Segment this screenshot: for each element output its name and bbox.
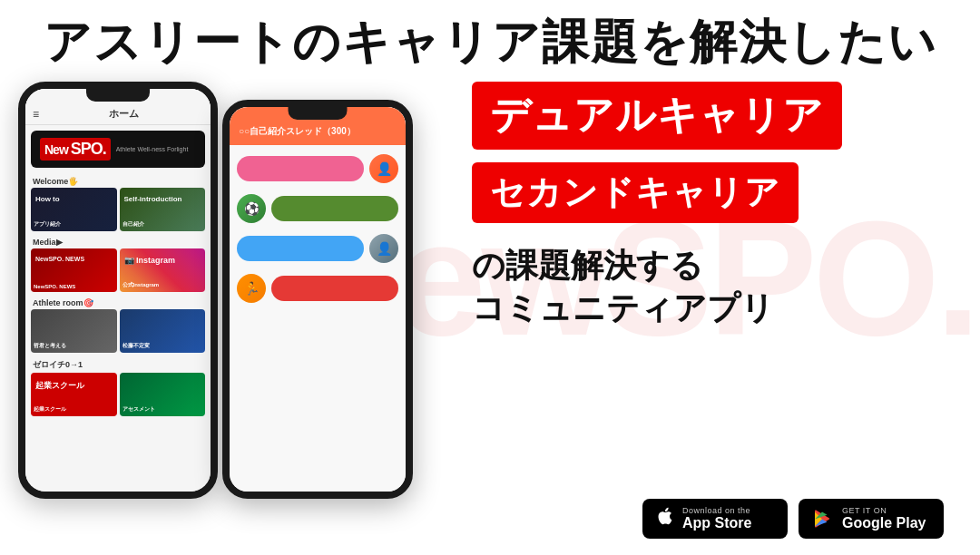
section-athlete: Athlete room🎯 [25,295,211,309]
right-content: デュアルキャリア セカンドキャリア の課題解決する コミュニティアプリ [472,82,944,330]
newspo-banner: New SPO. Athlete Well-ness Forlight [31,131,205,168]
phone-right-screen: ○○自己紹介スレッド（300） 👤 ⚽ 👤 🏃 [230,107,406,492]
section-zero: ゼロイチ0→1 [25,355,211,373]
instagram-label: 公式Instagram [122,281,160,289]
app-header-title: ホーム [44,107,203,121]
zero-grid: 起業スクール 起業スクール アセスメント [25,373,211,416]
googleplay-button[interactable]: GET IT ON Google Play [799,499,944,539]
self-intro-item[interactable]: Self-introduction 自己紹介 [120,188,206,231]
chat-bubble-1 [237,156,364,181]
phone-right-notch [289,107,348,120]
news-item[interactable]: NewSPO. NEWS NewSPO. NEWS [31,248,117,292]
self-intro-text: Self-introduction [124,195,182,203]
sub-text: の課題解決する コミュニティアプリ [472,245,944,330]
appstore-large-text: App Store [682,515,751,531]
athlete1-item[interactable]: 哲君と考える [31,309,117,353]
startup-item[interactable]: 起業スクール 起業スクール [31,373,117,416]
appstore-button[interactable]: Download on the App Store [642,499,788,539]
phone-right-mockup: ○○自己紹介スレッド（300） 👤 ⚽ 👤 🏃 [222,100,413,499]
startup-text: 起業スクール [35,380,84,392]
chat-bubble-3 [237,236,364,261]
chat-messages: 👤 ⚽ 👤 🏃 [230,145,406,312]
phone-screen: ≡ ホーム New SPO. Athlete Well-ness Forligh… [25,89,211,492]
badge-dual-career: デュアルキャリア [472,82,842,150]
welcome-grid: How to アプリ紹介 Self-introduction 自己紹介 [25,188,211,231]
newspo-logo: New SPO. [40,138,111,161]
how-to-label: アプリ紹介 [34,220,61,229]
chat-bubble-4 [271,276,398,301]
how-to-item[interactable]: How to アプリ紹介 [31,188,117,231]
assessment-label: アセスメント [122,405,155,414]
googleplay-large-text: Google Play [842,515,926,531]
appstore-small-text: Download on the [682,506,751,515]
athlete-grid: 哲君と考える 松藤不定変 [25,309,211,353]
newspo-tagline: Athlete Well-ness Forlight [116,146,189,152]
startup-label: 起業スクール [34,405,66,414]
news-text: NewSPO. NEWS [35,256,84,262]
phone-left-mockup: ≡ ホーム New SPO. Athlete Well-ness Forligh… [18,82,218,499]
athlete2-item[interactable]: 松藤不定変 [120,309,206,353]
chat-avatar-4: 🏃 [237,274,266,303]
section-media: Media▶ [25,234,211,248]
athlete2-label: 松藤不定変 [122,342,150,350]
athlete1-label: 哲君と考える [34,342,66,350]
google-play-icon [811,507,835,531]
googleplay-text: GET IT ON Google Play [842,506,926,531]
assessment-item[interactable]: アセスメント [120,373,206,416]
store-buttons: Download on the App Store GET IT ON Goog… [642,499,944,539]
phone-notch [86,89,150,102]
chat-bubble-2 [271,196,398,221]
instagram-text: 📷 Instagram [124,256,176,265]
self-intro-label: 自己紹介 [122,220,144,229]
chat-row-2: ⚽ [237,194,398,223]
chat-row-3: 👤 [237,234,398,263]
main-title: アスリートのキャリア課題を解決したい [0,11,980,74]
news-label: NewSPO. NEWS [34,284,75,289]
chat-row-1: 👤 [237,154,398,183]
appstore-text: Download on the App Store [682,506,751,531]
instagram-item[interactable]: 📷 Instagram 公式Instagram [120,248,206,292]
apple-icon [655,506,675,531]
section-welcome: Welcome🖐 [25,173,211,188]
chat-row-4: 🏃 [237,274,398,303]
chat-avatar-2: ⚽ [237,194,266,223]
media-grid: NewSPO. NEWS NewSPO. NEWS 📷 Instagram 公式… [25,248,211,292]
badge-second-career: セカンドキャリア [472,162,799,223]
chat-avatar-1: 👤 [369,154,398,183]
menu-icon: ≡ [33,108,39,121]
googleplay-small-text: GET IT ON [842,506,926,515]
chat-avatar-3: 👤 [369,234,398,263]
how-to-text: How to [35,195,60,203]
